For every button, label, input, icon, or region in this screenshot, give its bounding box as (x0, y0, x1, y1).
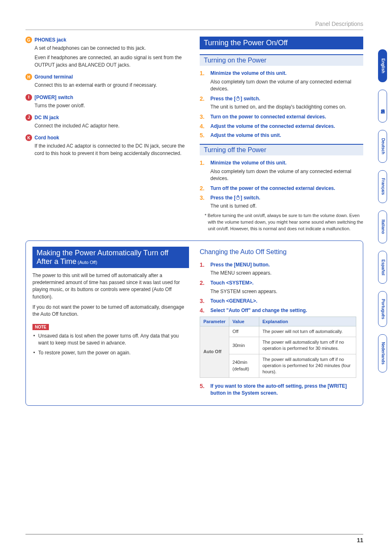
cell-value: 30min (229, 337, 259, 354)
step-title: Touch <SYSTEM>. (210, 280, 254, 287)
step-body: Also completely turn down the volume of … (210, 79, 363, 93)
panel-item: I[POWER] switchTurns the power on/off. (25, 94, 189, 109)
language-tab[interactable]: Português (378, 291, 387, 327)
left-column: GPHONES jackA set of headphones can be c… (25, 37, 189, 232)
box-left-column: Making the Power Automatically Turn off … (32, 247, 189, 398)
cell-value: 240min (default) (229, 354, 259, 377)
step: 3.Touch <GENERAL>. (200, 298, 356, 305)
step-body: Also completely turn down the volume of … (210, 168, 363, 183)
step-body: The unit is turned off. (210, 203, 363, 210)
list-item: To restore power, turn the power on agai… (32, 349, 189, 356)
step: 4.Adjust the volume of the connected ext… (200, 123, 363, 130)
step-body: The unit is turned on, and the display's… (210, 104, 363, 111)
th-value: Value (229, 317, 259, 326)
panel-item: KCord hookIf the included AC adaptor is … (25, 134, 189, 157)
panel-item-title: [POWER] switch (35, 95, 73, 100)
step: 2.Press the [] switch. (200, 95, 363, 102)
auto-off-box: Making the Power Automatically Turn off … (25, 240, 363, 406)
panel-item-para: Connect the included AC adaptor here. (35, 123, 189, 130)
panel-item-body: Connect this to an external earth or gro… (35, 82, 189, 89)
step: 1.Press the [MENU] button. (200, 261, 356, 268)
page-number: 11 (357, 537, 363, 543)
letter-bullet: H (25, 74, 32, 80)
panel-item-body: A set of headphones can be connected to … (35, 45, 189, 69)
panel-item-para: Even if headphones are connected, an aud… (35, 54, 189, 69)
panel-item-title: DC IN jack (35, 115, 59, 120)
step-number: 3. (200, 194, 208, 201)
power-icon (236, 196, 240, 200)
step-title: Select "Auto Off" and change the setting… (210, 307, 307, 314)
auto-off-steps: 1.Press the [MENU] button.The MENU scree… (200, 261, 356, 314)
letter-bullet: I (25, 94, 32, 101)
step-body: The SYSTEM screen appears. (210, 288, 356, 295)
power-note: * Before turning the unit on/off, always… (205, 213, 363, 232)
page: Panel Descriptions GPHONES jackA set of … (0, 0, 392, 555)
two-column-layout: GPHONES jackA set of headphones can be c… (25, 37, 363, 232)
panel-item-title: PHONES jack (35, 37, 66, 43)
language-tab[interactable]: Nederlands (378, 334, 387, 372)
heading-auto-off: Making the Power Automatically Turn off … (32, 247, 189, 268)
panel-item-body: Connect the included AC adaptor here. (35, 123, 189, 130)
step-number: 4. (200, 123, 208, 130)
language-tab[interactable]: Italiano (378, 210, 387, 243)
step: 5. If you want to store the auto-off set… (200, 383, 356, 397)
language-tabs: English日本語DeutschFrançaisItalianoEspañol… (378, 49, 387, 372)
language-tab[interactable]: Deutsch (378, 130, 387, 163)
footer-rule (25, 534, 363, 534)
heading-auto-off-sub: (Auto Off) (76, 260, 97, 265)
step-number: 2. (200, 185, 208, 192)
step-title: Minimize the volume of this unit. (210, 160, 286, 166)
panel-item-para: A set of headphones can be connected to … (35, 45, 189, 52)
box-right-column: Changing the Auto Off Setting 1.Press th… (200, 247, 356, 398)
step-title: Turn off the power of the connected exte… (210, 185, 335, 192)
turning-on-steps: 1.Minimize the volume of this unit.Also … (200, 70, 363, 139)
auto-off-para2: If you do not want the power to be turne… (32, 304, 189, 318)
cell-explanation: The power will automatically turn off if… (259, 337, 356, 354)
step-number: 4. (200, 307, 208, 314)
step-title: Minimize the volume of this unit. (210, 70, 286, 77)
step-number: 1. (200, 160, 208, 166)
step: 1.Minimize the volume of this unit. (200, 160, 363, 166)
panel-item-body: If the included AC adaptor is connected … (35, 143, 189, 157)
th-parameter: Parameter (200, 317, 229, 326)
panel-item-head: I[POWER] switch (25, 94, 189, 101)
step: 5.Adjust the volume of this unit. (200, 132, 363, 139)
step: 3.Press the [] switch. (200, 194, 363, 201)
breadcrumb: Panel Descriptions (25, 21, 363, 30)
note-label: NOTE (32, 324, 49, 330)
step-number: 5. (200, 383, 208, 397)
cell-param: Auto Off (200, 326, 229, 377)
step-title: Adjust the volume of the connected exter… (210, 123, 335, 130)
panel-item-head: GPHONES jack (25, 37, 189, 43)
panel-item-head: KCord hook (25, 134, 189, 141)
table-row: Auto Off Off The power will not turn off… (200, 326, 356, 337)
step-number: 5. (200, 132, 208, 139)
panel-item-para: Turns the power on/off. (35, 102, 189, 109)
step: 1.Minimize the volume of this unit. (200, 70, 363, 77)
language-tab[interactable]: 日本語 (378, 90, 387, 123)
step-number: 2. (200, 95, 208, 102)
power-icon (236, 97, 240, 101)
right-column: Turning the Power On/Off Turning on the … (200, 37, 363, 232)
note-bullet-list: Unsaved data is lost when the power turn… (32, 333, 189, 356)
step-title: Adjust the volume of this unit. (210, 132, 281, 139)
cell-explanation: The power will automatically turn off if… (259, 354, 356, 377)
language-tab[interactable]: Español (378, 251, 387, 284)
step-title: If you want to store the auto-off settin… (210, 383, 356, 397)
step-title: Press the [] switch. (210, 95, 260, 102)
step-number: 3. (200, 298, 208, 305)
step-number: 3. (200, 113, 208, 120)
auto-off-para1: The power to this unit will be turned of… (32, 272, 189, 301)
panel-item-body: Turns the power on/off. (35, 102, 189, 109)
panel-item-head: HGround terminal (25, 74, 189, 80)
step-body: The MENU screen appears. (210, 270, 356, 277)
step: 2.Touch <SYSTEM>. (200, 280, 356, 287)
panel-item-head: JDC IN jack (25, 114, 189, 121)
step-title: Press the [MENU] button. (210, 261, 270, 268)
panel-item: JDC IN jackConnect the included AC adapt… (25, 114, 189, 130)
language-tab[interactable]: English (378, 49, 387, 82)
panel-item-para: If the included AC adaptor is connected … (35, 143, 189, 157)
language-tab[interactable]: Français (378, 170, 387, 203)
step: 4.Select "Auto Off" and change the setti… (200, 307, 356, 314)
panel-item-para: Connect this to an external earth or gro… (35, 82, 189, 89)
